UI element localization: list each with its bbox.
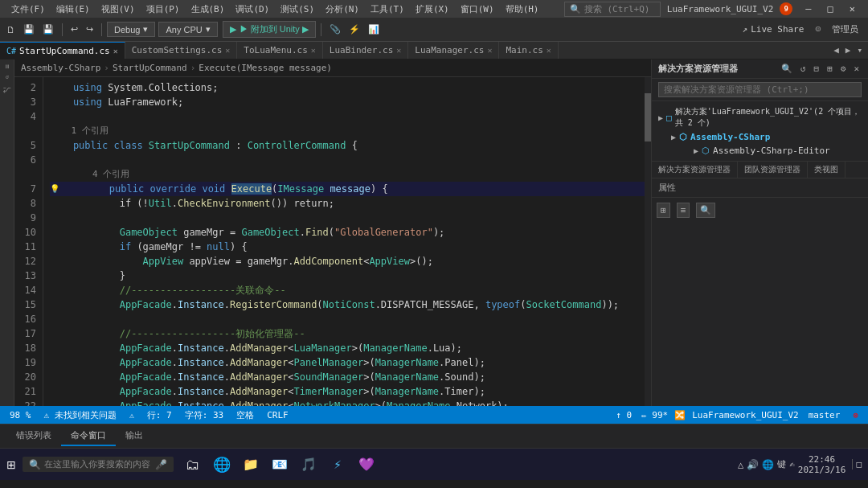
right-tab-solution[interactable]: 解决方案资源管理器 — [652, 162, 738, 178]
status-encoding[interactable]: CRLF — [264, 410, 292, 420]
toolbar-save[interactable]: 💾 — [20, 23, 38, 36]
breadcrumb-method[interactable]: Execute(IMessage message) — [199, 63, 332, 73]
sidebar-icon-explorer[interactable]: ≡ — [2, 63, 13, 70]
taskbar-app-mail[interactable]: 📧 — [267, 452, 293, 478]
menu-edit[interactable]: 编辑(E) — [51, 2, 95, 17]
title-search[interactable]: 🔍 搜索 (Ctrl+Q) — [564, 2, 661, 17]
bottom-tab-cmd[interactable]: 命令窗口 — [61, 426, 116, 446]
tab-close-luamanager[interactable]: ✕ — [487, 46, 492, 55]
sidebar-icon-git[interactable]: ⎇ — [2, 84, 13, 96]
menu-view[interactable]: 视图(V) — [96, 2, 140, 17]
tab-startupcommand[interactable]: C# StartUpCommand.cs ✕ — [0, 42, 125, 59]
status-git-changes[interactable]: ✏ 99* — [638, 410, 671, 420]
menu-extensions[interactable]: 扩展(X) — [411, 2, 454, 17]
status-errors[interactable]: ⚠ 未找到相关问题 — [41, 409, 120, 421]
right-panel-pin[interactable]: ⊞ — [825, 63, 835, 75]
status-position[interactable]: 行: 7 — [144, 409, 175, 421]
tab-dropdown[interactable]: ▾ — [854, 45, 865, 55]
right-panel-search-btn[interactable]: 🔍 — [779, 63, 795, 75]
tray-volume[interactable]: 🔊 — [747, 459, 759, 470]
menu-window[interactable]: 窗口(W) — [456, 2, 499, 17]
tab-main[interactable]: Main.cs ✕ — [499, 42, 558, 59]
taskbar-search[interactable]: 🔍 在这里输入你要搜索的内容 🎤 — [23, 457, 174, 472]
right-search-input[interactable] — [658, 82, 862, 97]
right-tab-team[interactable]: 团队资源管理器 — [738, 162, 808, 178]
debug-mode-dropdown[interactable]: Debug ▾ — [107, 22, 155, 37]
status-col[interactable]: 字符: 33 — [182, 409, 227, 421]
tab-close-main[interactable]: ✕ — [547, 46, 551, 55]
mini-scrollbar[interactable] — [645, 77, 651, 406]
cpu-target-dropdown[interactable]: Any CPU ▾ — [158, 22, 217, 37]
status-zoom[interactable]: 98 % — [6, 410, 35, 420]
tab-close-customsettings[interactable]: ✕ — [225, 46, 230, 55]
right-tab-class[interactable]: 类视图 — [808, 162, 845, 178]
prop-btn-list[interactable]: ≡ — [677, 203, 690, 218]
tab-luamanager[interactable]: LuaManager.cs ✕ — [408, 42, 499, 59]
feedback-button[interactable]: ☺ — [812, 23, 824, 36]
taskbar-app-edge[interactable]: 🌐 — [209, 452, 235, 478]
start-button[interactable]: ⊞ — [6, 458, 16, 471]
tray-keyboard[interactable]: 键 — [777, 458, 786, 470]
toolbar-redo[interactable]: ↪ — [83, 23, 96, 36]
right-panel-collapse[interactable]: ⊟ — [812, 63, 822, 75]
sidebar-icon-search[interactable]: ⌕ — [2, 72, 13, 83]
menu-tools[interactable]: 工具(T) — [366, 2, 409, 17]
menu-project[interactable]: 项目(P) — [141, 2, 185, 17]
menu-build[interactable]: 生成(B) — [186, 2, 230, 17]
tab-close-luabinder[interactable]: ✕ — [396, 46, 401, 55]
tree-item-assembly-csharp[interactable]: ▶ ⬡ Assembly-CSharp — [668, 130, 865, 144]
menu-help[interactable]: 帮助(H) — [501, 2, 544, 17]
prop-btn-search[interactable]: 🔍 — [696, 203, 715, 218]
code-content[interactable]: using System.Collections; using LuaFrame… — [43, 77, 651, 406]
right-panel-close[interactable]: ✕ — [851, 63, 862, 75]
menu-debug[interactable]: 调试(D) — [231, 2, 274, 17]
taskbar-app-explorer[interactable]: 🗂 — [180, 452, 206, 478]
maximize-button[interactable]: □ — [821, 2, 840, 16]
status-git-arrows[interactable]: ↑ 0 — [612, 410, 635, 420]
tab-scroll-right[interactable]: ▶ — [843, 45, 854, 55]
status-error-icon[interactable]: ⊗ — [850, 410, 862, 420]
minimize-button[interactable]: — — [799, 2, 817, 16]
status-repo[interactable]: LuaFramework_UGUI_V2 — [689, 410, 801, 420]
right-panel-refresh[interactable]: ↺ — [798, 63, 809, 75]
taskbar-app-vs[interactable]: 💜 — [354, 452, 379, 478]
tab-close-startupcommand[interactable]: ✕ — [113, 47, 118, 55]
menu-test[interactable]: 测试(S) — [276, 2, 319, 17]
tree-item-solution[interactable]: ▶ □ 解决方案'LuaFramework_UGUI_V2'(2 个项目，共 2… — [655, 105, 865, 130]
toolbar-icon2[interactable]: ⚡ — [346, 23, 363, 36]
right-panel-settings[interactable]: ⚙ — [838, 63, 849, 75]
toolbar-new[interactable]: 🗋 — [3, 23, 18, 36]
prop-btn-grid[interactable]: ⊞ — [657, 203, 670, 218]
tab-toluamenu[interactable]: ToLuaMenu.cs ✕ — [237, 42, 323, 59]
status-mode[interactable]: 空格 — [233, 409, 257, 421]
toolbar-save-all[interactable]: 💾 — [39, 23, 57, 36]
status-warning-icon[interactable]: ⚠ — [126, 411, 137, 420]
tray-network[interactable]: 🌐 — [762, 459, 774, 470]
taskbar-app-folder[interactable]: 📁 — [238, 452, 264, 478]
live-share-button[interactable]: ↗ Live Share — [736, 23, 811, 36]
toolbar-icon3[interactable]: 📊 — [365, 23, 383, 36]
tray-ime[interactable]: ✍ — [789, 459, 795, 470]
user-button[interactable]: 管理员 — [825, 22, 865, 37]
breadcrumb-class[interactable]: StartUpCommand — [113, 63, 187, 73]
attach-to-unity-button[interactable]: ▶ ▶ 附加到 Unity ▶ — [223, 21, 316, 38]
status-branch[interactable]: master — [805, 410, 844, 420]
menu-file[interactable]: 文件(F) — [6, 2, 50, 17]
taskbar-app-vscode[interactable]: ⚡ — [325, 452, 350, 478]
tab-customsettings[interactable]: CustomSettings.cs ✕ — [125, 42, 238, 59]
tray-notifications[interactable]: △ — [738, 459, 743, 470]
bottom-tab-errors[interactable]: 错误列表 — [6, 426, 61, 446]
tab-luabinder[interactable]: LuaBinder.cs ✕ — [323, 42, 409, 59]
tab-close-toluamenu[interactable]: ✕ — [311, 46, 316, 55]
taskbar-app-music[interactable]: 🎵 — [296, 452, 321, 478]
show-desktop[interactable]: □ — [852, 459, 862, 470]
scrollbar-thumb[interactable] — [645, 93, 651, 141]
tab-scroll-left[interactable]: ◀ — [831, 45, 841, 55]
toolbar-icon1[interactable]: 📎 — [326, 23, 344, 36]
tree-item-assembly-editor[interactable]: ▶ ⬡ Assembly-CSharp-Editor — [668, 144, 865, 158]
close-button[interactable]: ✕ — [843, 2, 862, 16]
breadcrumb-assembly[interactable]: Assembly-CSharp — [21, 63, 100, 73]
toolbar-undo[interactable]: ↩ — [68, 23, 81, 36]
menu-analyze[interactable]: 分析(N) — [321, 2, 364, 17]
bottom-tab-output[interactable]: 输出 — [116, 426, 153, 446]
